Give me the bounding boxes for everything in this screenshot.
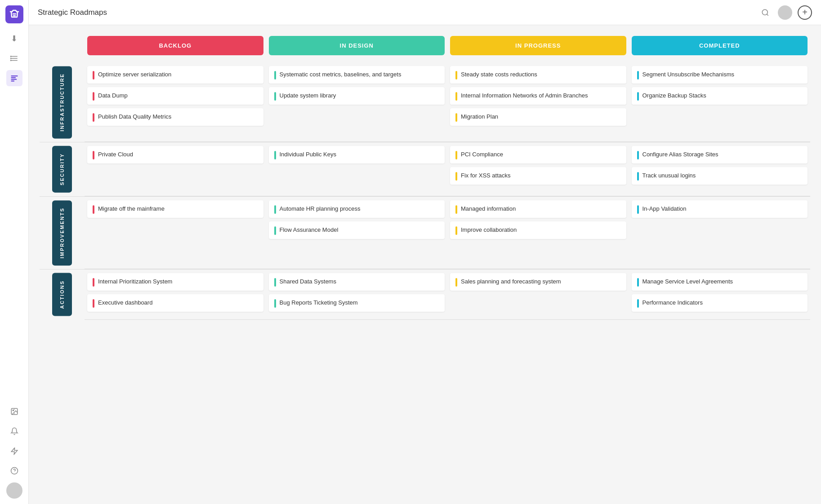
cell-security-in-design: Individual Public Keys [266,142,448,196]
card-indicator [274,278,276,287]
row-label-actions: ACTIONS [40,270,85,320]
cell-actions-in-progress: Sales planning and forecasting system [447,270,629,320]
card-item[interactable]: PCI Compliance [450,146,626,164]
card-indicator [637,92,639,101]
card-item[interactable]: Manage Service Level Agreements [632,273,808,291]
card-item[interactable]: Internal Prioritization System [87,273,263,291]
cell-improvements-completed: In-App Validation [629,197,811,269]
card-text: Fix for XSS attacks [461,172,621,180]
sidebar-item-image[interactable] [6,403,22,420]
card-indicator [637,71,639,80]
col-header-completed: COMPLETED [632,36,808,55]
sidebar-item-download[interactable]: ⬇ [6,31,22,47]
card-item[interactable]: Fix for XSS attacks [450,167,626,185]
card-item[interactable]: Migration Plan [450,108,626,126]
row-label-text-infrastructure: INFRASTRUCTURE [52,66,72,138]
page-title: Strategic Roadmaps [38,8,753,17]
card-item[interactable]: In-App Validation [632,200,808,218]
card-item[interactable]: Managed information [450,200,626,218]
sidebar-item-lightning[interactable] [6,443,22,459]
card-indicator [637,299,639,308]
app-logo[interactable] [5,5,23,23]
card-item[interactable]: Executive dashboard [87,294,263,312]
row-label-text-improvements: IMPROVEMENTS [52,200,72,265]
card-item[interactable]: Steady state costs reductions [450,66,626,84]
cell-infrastructure-in-design: Systematic cost metrics, baselines, and … [266,62,448,142]
card-item[interactable]: Update system library [269,87,445,105]
col-header-backlog: BACKLOG [87,36,263,55]
svg-point-11 [13,410,13,411]
card-text: Performance Indicators [643,299,803,307]
card-item[interactable]: Organize Backup Stacks [632,87,808,105]
sidebar-item-bell[interactable] [6,423,22,439]
card-indicator [637,151,639,159]
card-indicator [93,278,94,287]
add-button[interactable]: + [798,5,812,20]
card-item[interactable]: Segment Unsubscribe Mechanisms [632,66,808,84]
card-text: In-App Validation [643,205,803,213]
card-text: Update system library [280,92,440,100]
card-indicator [274,226,276,235]
card-text: Steady state costs reductions [461,71,621,79]
card-text: Systematic cost metrics, baselines, and … [280,71,440,79]
card-text: Executive dashboard [98,299,258,307]
card-item[interactable]: Flow Assurance Model [269,221,445,239]
row-label-text-security: SECURITY [52,146,72,193]
cell-improvements-in-design: Automate HR planning processFlow Assuran… [266,197,448,269]
card-item[interactable]: Sales planning and forecasting system [450,273,626,291]
user-avatar-topbar[interactable] [778,5,792,20]
card-item[interactable]: Track unusual logins [632,167,808,185]
card-item[interactable]: Publish Data Quality Metrics [87,108,263,126]
svg-rect-9 [11,80,14,81]
card-item[interactable]: Configure Alias Storage Sites [632,146,808,164]
sidebar: ⬇ [0,0,29,504]
card-item[interactable]: Data Dump [87,87,263,105]
card-item[interactable]: Automate HR planning process [269,200,445,218]
col-header-in-design: IN DESIGN [269,36,445,55]
card-indicator [93,205,94,214]
card-item[interactable]: Bug Reports Ticketing System [269,294,445,312]
sidebar-item-roadmap[interactable] [6,70,22,86]
card-text: Individual Public Keys [280,150,440,159]
svg-point-4 [10,58,11,59]
card-text: Internal Prioritization System [98,278,258,286]
svg-point-16 [762,9,767,15]
main-area: Strategic Roadmaps + BACKLOG IN DESIGN I… [29,0,821,504]
card-indicator [455,71,457,80]
topbar: Strategic Roadmaps + [29,0,821,25]
row-label-security: SECURITY [40,142,85,196]
card-item[interactable]: Performance Indicators [632,294,808,312]
card-item[interactable]: Individual Public Keys [269,146,445,164]
card-indicator [274,92,276,101]
cell-security-completed: Configure Alias Storage SitesTrack unusu… [629,142,811,196]
card-indicator [455,205,457,214]
card-indicator [637,278,639,287]
card-item[interactable]: Internal Information Networks of Admin B… [450,87,626,105]
svg-rect-7 [11,77,16,78]
row-label-text-actions: ACTIONS [52,273,72,316]
svg-rect-8 [11,79,17,80]
svg-point-5 [10,60,11,61]
sidebar-item-help[interactable] [6,463,22,479]
content-area: BACKLOG IN DESIGN IN PROGRESS COMPLETED … [29,25,821,504]
card-text: Manage Service Level Agreements [643,278,803,286]
card-item[interactable]: Migrate off the mainframe [87,200,263,218]
card-item[interactable]: Optimize server serialization [87,66,263,84]
card-item[interactable]: Private Cloud [87,146,263,164]
svg-point-3 [10,56,11,57]
user-avatar-sidebar[interactable] [6,482,22,499]
card-indicator [93,151,94,159]
cell-actions-backlog: Internal Prioritization SystemExecutive … [85,270,266,320]
sidebar-item-list[interactable] [6,50,22,66]
card-indicator [274,71,276,80]
row-label-improvements: IMPROVEMENTS [40,197,85,269]
search-icon[interactable] [758,5,772,20]
card-text: Bug Reports Ticketing System [280,299,440,307]
card-item[interactable]: Improve collaboration [450,221,626,239]
card-indicator [274,205,276,214]
card-text: Shared Data Systems [280,278,440,286]
card-item[interactable]: Systematic cost metrics, baselines, and … [269,66,445,84]
cell-infrastructure-backlog: Optimize server serializationData DumpPu… [85,62,266,142]
card-item[interactable]: Shared Data Systems [269,273,445,291]
cell-infrastructure-in-progress: Steady state costs reductionsInternal In… [447,62,629,142]
